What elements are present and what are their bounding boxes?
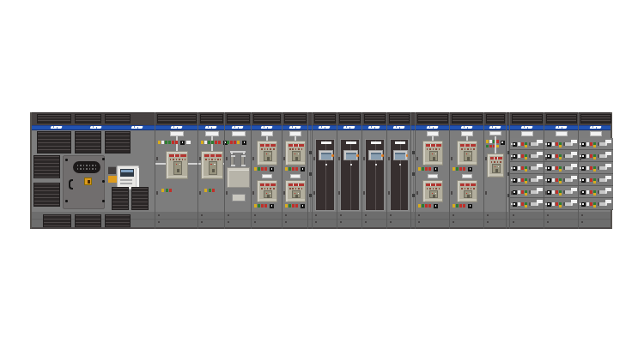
indicator-light <box>254 204 257 208</box>
indicator-light <box>559 205 562 208</box>
vent-grille <box>112 187 129 210</box>
door-label-strip <box>371 141 381 144</box>
mimic-bus-line <box>176 136 178 152</box>
breaker-red-band <box>460 184 476 186</box>
door-hinge <box>156 157 158 160</box>
feeder-breaker-row <box>579 150 613 162</box>
switch-dot <box>548 155 550 157</box>
indicator-light <box>422 204 424 208</box>
switch-dot <box>582 143 584 145</box>
feeder-breaker-row <box>544 186 579 198</box>
breaker-led <box>295 153 296 155</box>
vent-grille <box>75 214 101 227</box>
base-bolt <box>285 214 287 216</box>
breaker-rail <box>489 174 503 176</box>
indicator-light <box>521 142 524 147</box>
feeder-switch <box>581 166 586 172</box>
switch-dot <box>513 167 515 169</box>
hmi-power-led <box>356 154 359 157</box>
breaker-center-panel <box>264 190 272 198</box>
feeder-breaker-row <box>579 138 613 150</box>
indicator-light <box>518 178 520 182</box>
base-bolt <box>547 214 549 216</box>
base-bolt <box>315 214 317 216</box>
fuse-cap <box>241 155 246 157</box>
breaker-red-band <box>289 144 304 147</box>
indicator-light <box>204 189 207 192</box>
fuse-holder <box>230 154 234 165</box>
base-bolt <box>547 221 549 223</box>
indicator-light <box>418 167 421 171</box>
indicator-light <box>556 202 558 207</box>
indicator-light <box>208 141 210 144</box>
controller-slot <box>120 183 132 184</box>
breaker-led <box>435 153 437 155</box>
base-bolt <box>254 214 256 216</box>
nameplate <box>521 131 533 136</box>
switch-dot <box>501 141 503 143</box>
indicator-light <box>418 204 421 208</box>
breaker-handle <box>563 178 573 182</box>
breaker-dot-row <box>205 159 221 160</box>
base-bolt <box>201 221 203 223</box>
door-hinge <box>388 157 390 160</box>
indicator-light <box>234 141 236 144</box>
feeder-switch <box>581 190 586 196</box>
indicator-light <box>593 205 596 208</box>
breaker-rail <box>425 162 442 164</box>
indicator-light <box>556 190 558 195</box>
indicator-light <box>552 142 555 146</box>
switchgear-lineup <box>30 112 612 229</box>
door-hinge <box>283 191 285 195</box>
indicator-light <box>590 166 592 171</box>
breaker-rail <box>259 162 276 164</box>
mini-nameplate <box>186 141 191 144</box>
switch-dot <box>548 203 550 205</box>
breaker-dot-row <box>461 188 475 190</box>
row-nameplate <box>571 188 577 191</box>
feeder-switch <box>513 166 517 172</box>
door-hinge <box>416 157 418 160</box>
controller-screen <box>120 169 134 177</box>
base-bolt <box>513 214 514 216</box>
vent-grille <box>364 114 386 123</box>
breaker-mark <box>212 169 215 172</box>
stacked-breaker-section-1 <box>251 112 282 229</box>
vent-grille <box>75 114 101 123</box>
door-dot <box>399 164 401 165</box>
switch-dot <box>470 205 471 207</box>
switch-dot <box>513 155 515 157</box>
control-fuse-section <box>224 112 251 229</box>
vent-grille <box>227 114 250 123</box>
row-nameplate <box>537 188 543 191</box>
vent-grille <box>452 114 483 123</box>
warning-symbol <box>88 180 90 184</box>
hmi-screen <box>346 153 356 159</box>
post-seam <box>413 130 414 212</box>
row-nameplate <box>571 176 577 179</box>
indicator-light <box>456 167 459 171</box>
indicator-light <box>593 193 596 196</box>
indicator-light <box>175 141 178 144</box>
indicator-light <box>295 167 298 171</box>
breaker-center-panel <box>429 190 438 198</box>
generator-controller <box>117 165 139 190</box>
air-circuit-breaker <box>457 141 477 165</box>
feeder-switch <box>581 202 586 208</box>
switch-dot <box>548 191 550 193</box>
base-bolt <box>390 221 392 223</box>
control-switch <box>501 141 505 145</box>
indicator-light <box>201 141 204 144</box>
nameplate <box>232 131 246 136</box>
vent-grille <box>253 114 281 123</box>
indicator-light <box>518 142 520 146</box>
switch-dot <box>582 155 584 157</box>
nameplate <box>556 131 568 136</box>
feeder-breaker-row <box>579 198 613 210</box>
nameplate <box>290 174 301 178</box>
indicator-light <box>525 145 527 147</box>
base-bolt <box>487 214 489 216</box>
base-bolt <box>513 221 514 223</box>
door-hinge <box>511 157 513 160</box>
hmi-power-led <box>406 154 409 157</box>
